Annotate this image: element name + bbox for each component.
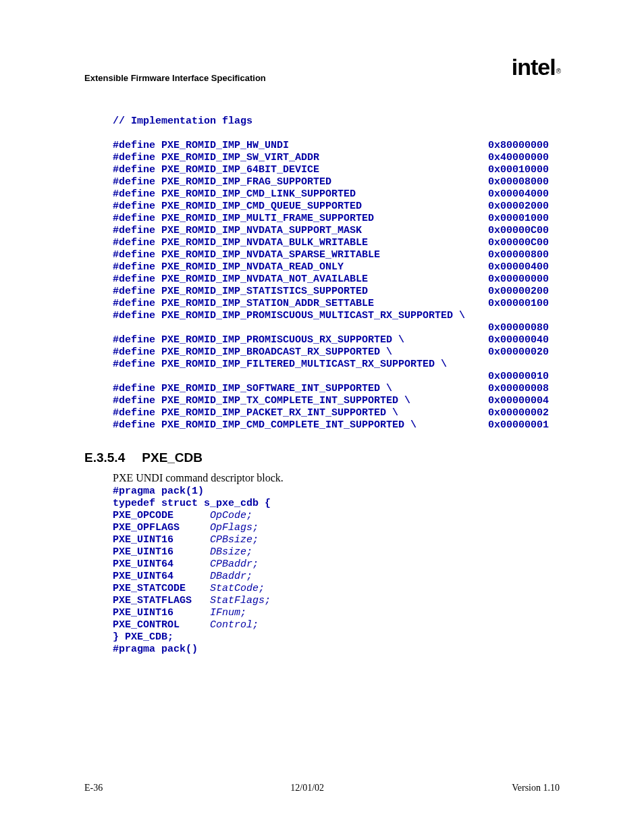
struct-field: StatCode; bbox=[210, 583, 265, 595]
struct-field: OpCode; bbox=[210, 510, 252, 522]
struct-field: DBsize; bbox=[210, 546, 252, 558]
define-value: 0x00002000 bbox=[488, 201, 549, 213]
footer-page: E-36 bbox=[84, 783, 103, 793]
define-name: #define PXE_ROMID_IMP_PROMISCUOUS_MULTIC… bbox=[113, 310, 488, 322]
define-row: #define PXE_ROMID_IMP_NVDATA_SUPPORT_MAS… bbox=[113, 225, 560, 237]
page-footer: E-36 12/01/02 Version 1.10 bbox=[84, 783, 560, 793]
define-name: #define PXE_ROMID_IMP_CMD_LINK_SUPPORTED bbox=[113, 188, 488, 201]
define-row: #define PXE_ROMID_IMP_CMD_QUEUE_SUPPORTE… bbox=[113, 201, 560, 213]
struct-field: CPBsize; bbox=[210, 534, 259, 546]
define-value: 0x00001000 bbox=[488, 213, 549, 225]
section-title: PXE_CDB bbox=[142, 450, 203, 465]
typedef-open: typedef struct s_pxe_cdb { bbox=[113, 498, 560, 510]
struct-type: PXE_UINT64 bbox=[113, 558, 210, 571]
define-row: #define PXE_ROMID_IMP_STATION_ADDR_SETTA… bbox=[113, 298, 560, 310]
define-row: #define PXE_ROMID_IMP_FILTERED_MULTICAST… bbox=[113, 359, 560, 371]
define-name: #define PXE_ROMID_IMP_STATISTICS_SUPPORT… bbox=[113, 286, 488, 298]
define-value: 0x40000000 bbox=[488, 152, 549, 164]
code-comment: // Implementation flags bbox=[113, 115, 560, 128]
define-value: 0x00000000 bbox=[488, 273, 549, 286]
typedef-close: } PXE_CDB; bbox=[113, 631, 560, 644]
struct-type: PXE_UINT16 bbox=[113, 546, 210, 558]
struct-type: PXE_UINT64 bbox=[113, 571, 210, 583]
define-value: 0x00000002 bbox=[488, 407, 549, 419]
struct-field-row: PXE_UINT64CPBaddr; bbox=[113, 558, 560, 571]
section-heading: E.3.5.4 PXE_CDB bbox=[84, 450, 560, 465]
define-name: #define PXE_ROMID_IMP_NVDATA_SPARSE_WRIT… bbox=[113, 249, 488, 261]
struct-field-row: PXE_OPFLAGSOpFlags; bbox=[113, 522, 560, 534]
struct-field: StatFlags; bbox=[210, 595, 271, 607]
define-row: #define PXE_ROMID_IMP_PROMISCUOUS_MULTIC… bbox=[113, 310, 560, 322]
define-value: 0x00000C00 bbox=[488, 225, 549, 237]
define-name: #define PXE_ROMID_IMP_BROADCAST_RX_SUPPO… bbox=[113, 346, 488, 359]
define-row: #define PXE_ROMID_IMP_STATISTICS_SUPPORT… bbox=[113, 286, 560, 298]
define-name: #define PXE_ROMID_IMP_FILTERED_MULTICAST… bbox=[113, 359, 488, 371]
struct-field: Control; bbox=[210, 619, 259, 631]
define-name: #define PXE_ROMID_IMP_STATION_ADDR_SETTA… bbox=[113, 298, 488, 310]
struct-type: PXE_STATFLAGS bbox=[113, 595, 210, 607]
define-name: #define PXE_ROMID_IMP_64BIT_DEVICE bbox=[113, 164, 488, 176]
define-row: #define PXE_ROMID_IMP_SOFTWARE_INT_SUPPO… bbox=[113, 383, 560, 395]
define-value: 0x00000800 bbox=[488, 249, 549, 261]
define-row: #define PXE_ROMID_IMP_SW_VIRT_ADDR0x4000… bbox=[113, 152, 560, 164]
define-name: #define PXE_ROMID_IMP_PACKET_RX_INT_SUPP… bbox=[113, 407, 488, 419]
define-row: #define PXE_ROMID_IMP_MULTI_FRAME_SUPPOR… bbox=[113, 213, 560, 225]
define-row: 0x00000010 bbox=[113, 371, 560, 383]
define-name: #define PXE_ROMID_IMP_SW_VIRT_ADDR bbox=[113, 152, 488, 164]
struct-field: DBaddr; bbox=[210, 571, 252, 583]
section-body: PXE UNDI command descriptor block. bbox=[113, 472, 560, 484]
defines-block: #define PXE_ROMID_IMP_HW_UNDI0x80000000#… bbox=[113, 140, 560, 432]
define-row: #define PXE_ROMID_IMP_CMD_COMPLETE_INT_S… bbox=[113, 419, 560, 432]
struct-type: PXE_CONTROL bbox=[113, 619, 210, 631]
define-name: #define PXE_ROMID_IMP_NVDATA_SUPPORT_MAS… bbox=[113, 225, 488, 237]
define-name: #define PXE_ROMID_IMP_SOFTWARE_INT_SUPPO… bbox=[113, 383, 488, 395]
struct-field: OpFlags; bbox=[210, 522, 259, 534]
struct-field-row: PXE_STATFLAGSStatFlags; bbox=[113, 595, 560, 607]
struct-field-row: PXE_UINT16CPBsize; bbox=[113, 534, 560, 546]
define-value: 0x00000040 bbox=[488, 334, 549, 346]
define-row: #define PXE_ROMID_IMP_NVDATA_BULK_WRITAB… bbox=[113, 237, 560, 249]
intel-logo: intel® bbox=[512, 54, 560, 80]
pragma-pack-open: #pragma pack(1) bbox=[113, 486, 560, 498]
struct-field-row: PXE_OPCODEOpCode; bbox=[113, 510, 560, 522]
define-value: 0x00008000 bbox=[488, 176, 549, 188]
define-row: #define PXE_ROMID_IMP_NVDATA_SPARSE_WRIT… bbox=[113, 249, 560, 261]
struct-field: CPBaddr; bbox=[210, 558, 259, 571]
define-value: 0x00000400 bbox=[488, 261, 549, 273]
define-row: #define PXE_ROMID_IMP_FRAG_SUPPORTED0x00… bbox=[113, 176, 560, 188]
define-row: #define PXE_ROMID_IMP_TX_COMPLETE_INT_SU… bbox=[113, 395, 560, 407]
define-value: 0x00000008 bbox=[488, 383, 549, 395]
define-name: #define PXE_ROMID_IMP_NVDATA_READ_ONLY bbox=[113, 261, 488, 273]
define-name: #define PXE_ROMID_IMP_HW_UNDI bbox=[113, 140, 488, 152]
define-value: 0x80000000 bbox=[488, 140, 549, 152]
define-row: #define PXE_ROMID_IMP_CMD_LINK_SUPPORTED… bbox=[113, 188, 560, 201]
pragma-pack-close: #pragma pack() bbox=[113, 644, 560, 656]
define-value: 0x00004000 bbox=[488, 188, 549, 201]
struct-type: PXE_STATCODE bbox=[113, 583, 210, 595]
header-title: Extensible Firmware Interface Specificat… bbox=[84, 73, 266, 83]
define-row: #define PXE_ROMID_IMP_BROADCAST_RX_SUPPO… bbox=[113, 346, 560, 359]
define-value: 0x00000C00 bbox=[488, 237, 549, 249]
define-name: #define PXE_ROMID_IMP_NVDATA_NOT_AVAILAB… bbox=[113, 273, 488, 286]
define-row: #define PXE_ROMID_IMP_NVDATA_READ_ONLY0x… bbox=[113, 261, 560, 273]
page-header: Extensible Firmware Interface Specificat… bbox=[84, 57, 560, 83]
define-row: #define PXE_ROMID_IMP_HW_UNDI0x80000000 bbox=[113, 140, 560, 152]
define-row: #define PXE_ROMID_IMP_NVDATA_NOT_AVAILAB… bbox=[113, 273, 560, 286]
footer-version: Version 1.10 bbox=[512, 783, 560, 793]
define-value: 0x00000010 bbox=[488, 371, 549, 383]
footer-date: 12/01/02 bbox=[290, 783, 324, 793]
define-name bbox=[113, 371, 488, 383]
define-row: #define PXE_ROMID_IMP_PROMISCUOUS_RX_SUP… bbox=[113, 334, 560, 346]
define-name: #define PXE_ROMID_IMP_NVDATA_BULK_WRITAB… bbox=[113, 237, 488, 249]
define-name: #define PXE_ROMID_IMP_CMD_COMPLETE_INT_S… bbox=[113, 419, 488, 432]
define-name: #define PXE_ROMID_IMP_PROMISCUOUS_RX_SUP… bbox=[113, 334, 488, 346]
define-value: 0x00000080 bbox=[488, 322, 549, 334]
define-value: 0x00000020 bbox=[488, 346, 549, 359]
define-value: 0x00000001 bbox=[488, 419, 549, 432]
define-value: 0x00000100 bbox=[488, 298, 549, 310]
define-value: 0x00000004 bbox=[488, 395, 549, 407]
define-name: #define PXE_ROMID_IMP_MULTI_FRAME_SUPPOR… bbox=[113, 213, 488, 225]
struct-type: PXE_OPFLAGS bbox=[113, 522, 210, 534]
define-row: 0x00000080 bbox=[113, 322, 560, 334]
define-row: #define PXE_ROMID_IMP_64BIT_DEVICE0x0001… bbox=[113, 164, 560, 176]
